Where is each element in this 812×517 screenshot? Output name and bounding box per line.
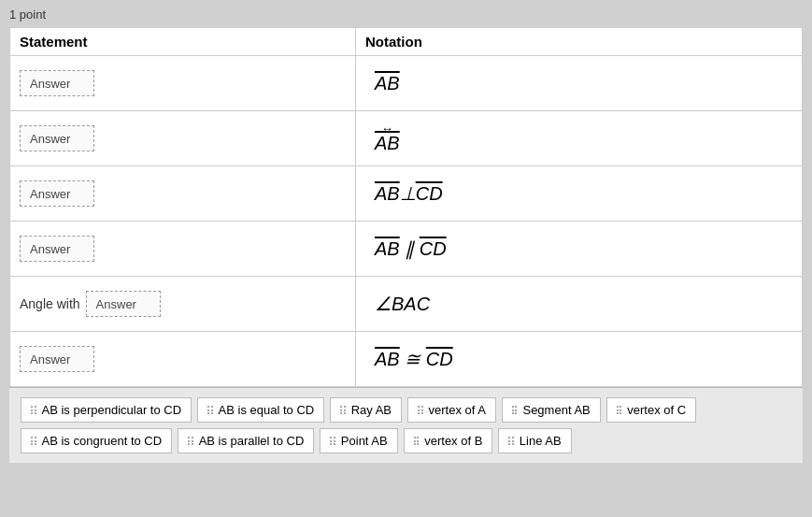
drag-dots-icon: [617, 406, 622, 414]
angle-prefix: Angle with: [20, 296, 80, 311]
answer-box-2[interactable]: Answer: [20, 125, 94, 151]
notation-cell-2: ↔ AB: [356, 117, 802, 160]
notation-cell-3: AB⊥CD: [356, 177, 802, 210]
drag-item-label: AB is equal to CD: [219, 403, 315, 417]
drag-item-vertex-b[interactable]: vertex of B: [404, 428, 493, 453]
drag-item-label: AB is parallel to CD: [199, 434, 305, 448]
drag-item-equal[interactable]: AB is equal to CD: [197, 397, 324, 423]
statement-cell-3: Answer: [10, 166, 356, 221]
drag-dots-icon: [508, 437, 514, 445]
drag-item-label: Line AB: [520, 434, 562, 448]
drag-item-label: vertex of C: [627, 403, 686, 417]
drag-item-congruent[interactable]: AB is congruent to CD: [21, 428, 172, 453]
points-label: 1 point: [9, 7, 803, 22]
notation-cell-6: AB ≅ CD: [356, 342, 802, 376]
drag-dots-icon: [512, 406, 518, 414]
table-row: Answer AB ∥ CD: [10, 222, 802, 277]
table-row: Answer AB⊥CD: [10, 166, 802, 222]
statement-cell-6: Answer: [10, 332, 356, 386]
segment-notation-1: AB: [375, 73, 400, 94]
drag-item-point[interactable]: Point AB: [320, 428, 397, 453]
answer-box-6[interactable]: Answer: [20, 346, 94, 372]
answer-box-4[interactable]: Answer: [20, 236, 94, 262]
statement-cell-2: Answer: [10, 111, 356, 165]
drag-item-label: Point AB: [341, 434, 388, 448]
statement-header: Statement: [10, 28, 356, 55]
drag-item-parallel[interactable]: AB is parallel to CD: [178, 428, 314, 453]
drag-dots-icon: [207, 406, 213, 414]
drag-item-ray[interactable]: Ray AB: [330, 397, 402, 423]
parallel-notation: AB ∥ CD: [375, 237, 447, 260]
table-row: Answer ↔ AB: [10, 111, 802, 166]
notation-cell-1: AB: [356, 67, 802, 100]
line-notation: ↔ AB: [375, 122, 400, 154]
drag-dots-icon: [418, 406, 423, 414]
table-row: Angle with Answer ∠BAC: [10, 277, 802, 332]
drag-item-label: Ray AB: [351, 403, 392, 417]
drag-item-label: Segment AB: [522, 403, 590, 417]
drag-item-perpendicular[interactable]: AB is perpendicular to CD: [21, 397, 192, 423]
statement-cell-5: Angle with Answer: [10, 277, 356, 331]
notation-header: Notation: [356, 28, 802, 55]
notation-cell-5: ∠BAC: [356, 287, 802, 321]
drag-area: AB is perpendicular to CD AB is equal to…: [9, 387, 803, 463]
table-row: Answer AB: [10, 56, 802, 111]
congruent-notation: AB ≅ CD: [375, 348, 453, 370]
answer-box-5[interactable]: Answer: [86, 291, 161, 317]
drag-item-line[interactable]: Line AB: [498, 428, 571, 453]
drag-item-label: vertex of B: [424, 434, 482, 448]
drag-dots-icon: [188, 437, 193, 445]
answer-box-3[interactable]: Answer: [20, 180, 94, 207]
angle-notation: ∠BAC: [375, 293, 430, 315]
drag-item-segment[interactable]: Segment AB: [502, 397, 601, 423]
angle-row-statement: Angle with Answer: [20, 291, 161, 317]
statement-cell-1: Answer: [10, 56, 356, 110]
drag-item-vertex-a[interactable]: vertex of A: [407, 397, 496, 423]
drag-dots-icon: [340, 406, 346, 414]
drag-dots-icon: [31, 406, 36, 414]
main-table: Statement Notation Answer AB Answer ↔ AB…: [9, 27, 803, 387]
drag-dots-icon: [31, 437, 36, 445]
table-header: Statement Notation: [10, 28, 802, 56]
drag-item-label: AB is perpendicular to CD: [42, 403, 182, 417]
drag-dots-icon: [414, 437, 420, 445]
notation-cell-4: AB ∥ CD: [356, 232, 802, 266]
perpendicular-notation: AB⊥CD: [375, 182, 443, 205]
drag-item-label: vertex of A: [429, 403, 486, 417]
table-row: Answer AB ≅ CD: [10, 332, 802, 386]
statement-cell-4: Answer: [10, 222, 356, 276]
drag-dots-icon: [330, 437, 335, 445]
drag-item-vertex-c[interactable]: vertex of C: [606, 397, 696, 423]
answer-box-1[interactable]: Answer: [20, 70, 94, 96]
drag-item-label: AB is congruent to CD: [42, 434, 163, 448]
